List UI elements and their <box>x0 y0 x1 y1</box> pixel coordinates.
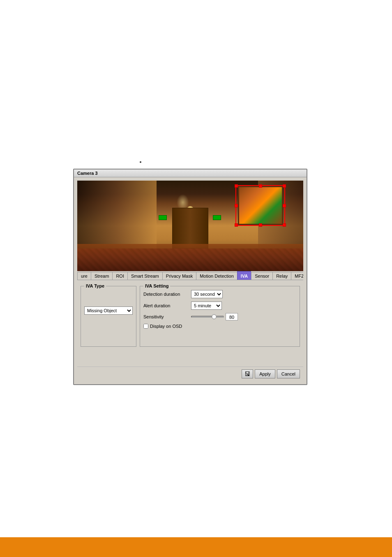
camera-title-bar: Camera 3 <box>74 169 307 177</box>
tab-relay[interactable]: Relay <box>272 272 291 280</box>
alert-duration-select[interactable]: 1 minute 5 minute 10 minute 30 minute <box>191 302 222 310</box>
icon-button[interactable]: 🖫 <box>242 369 253 378</box>
exit-sign-right <box>213 215 221 220</box>
corridor-door <box>172 208 208 248</box>
tab-iva[interactable]: IVA <box>237 271 251 280</box>
alert-duration-row: Alert duration 1 minute 5 minute 10 minu… <box>143 302 296 310</box>
button-row: 🖫 Apply Cancel <box>77 367 303 381</box>
camera-window: Camera 3 <box>73 169 307 385</box>
iva-setting-legend: IVA Setting <box>143 283 170 288</box>
tabs-container: ure Stream ROI Smart Stream Privacy Mask… <box>77 271 303 280</box>
iva-setting-fieldset: IVA Setting Detection duration 10 second… <box>140 283 300 347</box>
sensitivity-slider-group: 80 <box>191 313 238 320</box>
iva-type-fieldset: IVA Type Missing Object Abandoned Object… <box>81 283 136 347</box>
tab-smart-stream[interactable]: Smart Stream <box>127 272 162 280</box>
tab-sensor[interactable]: Sensor <box>251 272 272 280</box>
sensitivity-row: Sensitivity 80 <box>143 313 296 320</box>
sensitivity-label: Sensitivity <box>143 314 189 319</box>
orange-footer-bar <box>0 537 392 557</box>
painting <box>238 186 283 225</box>
corridor-floor <box>77 244 303 271</box>
display-osd-label: Display on OSD <box>150 324 182 329</box>
camera-title: Camera 3 <box>77 171 98 176</box>
save-icon: 🖫 <box>244 371 250 377</box>
settings-spacer <box>77 350 303 367</box>
display-osd-row: Display on OSD <box>143 324 296 329</box>
tab-ure[interactable]: ure <box>77 272 91 280</box>
iva-type-select[interactable]: Missing Object Abandoned Object Line Cro… <box>84 306 133 315</box>
display-osd-checkbox[interactable] <box>143 324 148 329</box>
video-scene <box>77 181 303 271</box>
iva-type-legend: IVA Type <box>84 283 106 288</box>
sensitivity-value: 80 <box>226 313 238 320</box>
detection-duration-select[interactable]: 10 second 30 second 1 minute 5 minute <box>191 290 223 298</box>
alert-duration-label: Alert duration <box>143 303 189 308</box>
camera-content-area: ure Stream ROI Smart Stream Privacy Mask… <box>74 177 307 384</box>
sensitivity-slider-thumb[interactable] <box>212 314 217 319</box>
detection-duration-row: Detection duration 10 second 30 second 1… <box>143 290 296 298</box>
apply-button[interactable]: Apply <box>255 369 275 378</box>
settings-area: IVA Type Missing Object Abandoned Object… <box>77 280 303 350</box>
detection-duration-label: Detection duration <box>143 292 189 297</box>
tab-motion-detection[interactable]: Motion Detection <box>196 272 237 280</box>
video-feed <box>77 181 303 271</box>
exit-sign-left <box>159 215 167 220</box>
sensitivity-slider-track[interactable] <box>191 316 224 318</box>
bullet-dot <box>140 161 141 163</box>
tab-roi[interactable]: ROI <box>112 272 127 280</box>
tab-mfz[interactable]: MFZ <box>291 272 303 280</box>
iva-type-select-row: Missing Object Abandoned Object Line Cro… <box>84 306 133 315</box>
tab-privacy-mask[interactable]: Privacy Mask <box>162 272 196 280</box>
cancel-button[interactable]: Cancel <box>277 369 300 378</box>
tab-stream[interactable]: Stream <box>91 272 112 280</box>
